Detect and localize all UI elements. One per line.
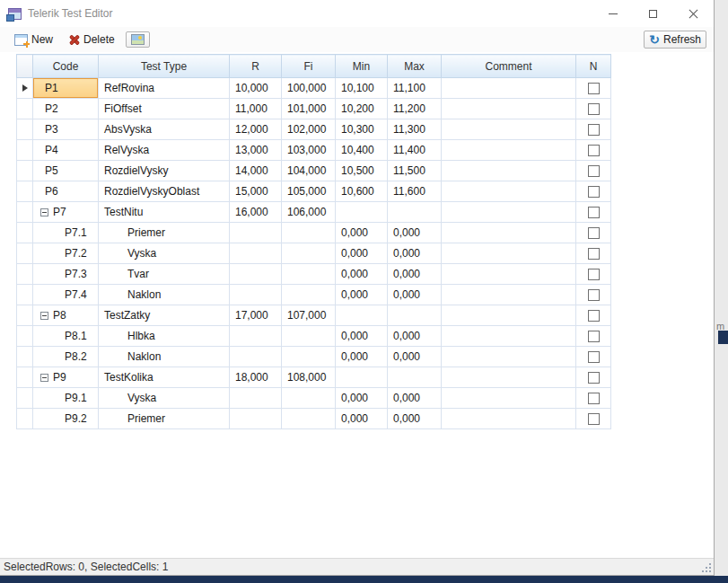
cell-r[interactable] — [230, 388, 282, 409]
cell-comment[interactable] — [442, 223, 576, 243]
row-indicator-cell[interactable] — [17, 223, 33, 243]
cell-test-type[interactable]: Priemer — [99, 223, 230, 243]
row-indicator-cell[interactable] — [17, 305, 33, 326]
cell-n[interactable] — [576, 78, 611, 99]
cell-test-type[interactable]: Priemer — [99, 409, 230, 429]
cell-comment[interactable] — [442, 99, 576, 119]
cell-max[interactable]: 11,300 — [388, 119, 442, 140]
cell-fi[interactable] — [282, 388, 336, 409]
table-row[interactable]: P5RozdielVysky14,000104,00010,50011,500 — [17, 161, 611, 181]
table-row[interactable]: P9TestKolika18,000108,000 — [17, 367, 611, 388]
cell-code[interactable]: P9.1 — [33, 388, 99, 409]
row-indicator-cell[interactable] — [17, 347, 33, 367]
cell-r[interactable] — [230, 347, 282, 367]
cell-max[interactable]: 0,000 — [388, 285, 442, 305]
cell-code[interactable]: P7.4 — [33, 285, 99, 305]
collapse-toggle-icon[interactable] — [40, 374, 48, 382]
cell-fi[interactable]: 104,000 — [282, 161, 336, 181]
n-checkbox[interactable] — [588, 372, 600, 384]
image-button[interactable] — [126, 31, 150, 48]
cell-code[interactable]: P9 — [33, 367, 99, 388]
cell-n[interactable] — [576, 181, 611, 202]
cell-test-type[interactable]: RefRovina — [99, 78, 230, 99]
cell-r[interactable] — [230, 223, 282, 243]
n-checkbox[interactable] — [588, 331, 600, 342]
n-checkbox[interactable] — [588, 83, 600, 94]
cell-max[interactable]: 11,600 — [388, 181, 442, 202]
cell-n[interactable] — [576, 140, 611, 161]
row-indicator-cell[interactable] — [17, 388, 33, 409]
row-indicator-cell[interactable] — [17, 285, 33, 305]
maximize-button[interactable] — [633, 0, 673, 27]
cell-r[interactable] — [230, 264, 282, 285]
cell-r[interactable]: 17,000 — [230, 305, 282, 326]
cell-test-type[interactable]: AbsVyska — [99, 119, 230, 140]
cell-code[interactable]: P6 — [33, 181, 99, 202]
cell-comment[interactable] — [442, 264, 576, 285]
cell-max[interactable]: 11,100 — [388, 78, 442, 99]
delete-button[interactable]: Delete — [64, 31, 120, 49]
cell-min[interactable]: 0,000 — [336, 243, 388, 264]
cell-comment[interactable] — [442, 326, 576, 347]
row-indicator-cell[interactable] — [17, 78, 33, 99]
cell-comment[interactable] — [442, 409, 576, 429]
n-checkbox[interactable] — [588, 186, 600, 198]
cell-max[interactable] — [388, 367, 442, 388]
table-row[interactable]: P7.2Vyska0,0000,000 — [17, 243, 611, 264]
row-indicator-cell[interactable] — [17, 140, 33, 161]
table-row[interactable]: P9.1Vyska0,0000,000 — [17, 388, 611, 409]
table-row[interactable]: P3AbsVyska12,000102,00010,30011,300 — [17, 119, 611, 140]
cell-comment[interactable] — [442, 119, 576, 140]
cell-comment[interactable] — [442, 285, 576, 305]
n-checkbox[interactable] — [588, 227, 600, 239]
cell-test-type[interactable]: Vyska — [99, 388, 230, 409]
cell-r[interactable]: 11,000 — [230, 99, 282, 119]
table-row[interactable]: P1RefRovina10,000100,00010,10011,100 — [17, 78, 611, 99]
table-row[interactable]: P7.4Naklon0,0000,000 — [17, 285, 611, 305]
cell-max[interactable]: 11,500 — [388, 161, 442, 181]
cell-r[interactable] — [230, 409, 282, 429]
refresh-button[interactable]: Refresh — [644, 31, 706, 49]
cell-min[interactable]: 10,600 — [336, 181, 388, 202]
cell-max[interactable]: 11,400 — [388, 140, 442, 161]
cell-min[interactable]: 10,400 — [336, 140, 388, 161]
cell-min[interactable]: 0,000 — [336, 388, 388, 409]
cell-comment[interactable] — [442, 140, 576, 161]
cell-max[interactable]: 0,000 — [388, 223, 442, 243]
column-header-test-type[interactable]: Test Type — [99, 55, 230, 78]
n-checkbox[interactable] — [588, 310, 600, 322]
n-checkbox[interactable] — [588, 207, 600, 218]
n-checkbox[interactable] — [588, 248, 600, 260]
cell-comment[interactable] — [442, 243, 576, 264]
cell-comment[interactable] — [442, 367, 576, 388]
cell-test-type[interactable]: TestNitu — [99, 202, 230, 223]
new-button[interactable]: New — [9, 31, 58, 49]
cell-test-type[interactable]: RozdielVyskyOblast — [99, 181, 230, 202]
n-checkbox[interactable] — [588, 351, 600, 363]
cell-fi[interactable] — [282, 223, 336, 243]
resize-grip[interactable] — [702, 563, 711, 572]
cell-min[interactable]: 10,300 — [336, 119, 388, 140]
table-row[interactable]: P2FiOffset11,000101,00010,20011,200 — [17, 99, 611, 119]
row-indicator-cell[interactable] — [17, 161, 33, 181]
row-indicator-cell[interactable] — [17, 181, 33, 202]
cell-r[interactable]: 14,000 — [230, 161, 282, 181]
cell-r[interactable]: 18,000 — [230, 367, 282, 388]
cell-fi[interactable] — [282, 285, 336, 305]
cell-n[interactable] — [576, 99, 611, 119]
cell-min[interactable]: 10,100 — [336, 78, 388, 99]
column-header-max[interactable]: Max — [388, 55, 442, 78]
n-checkbox[interactable] — [588, 145, 600, 156]
cell-fi[interactable]: 107,000 — [282, 305, 336, 326]
cell-code[interactable]: P7.2 — [33, 243, 99, 264]
cell-max[interactable]: 0,000 — [388, 264, 442, 285]
cell-code[interactable]: P2 — [33, 99, 99, 119]
cell-min[interactable]: 0,000 — [336, 326, 388, 347]
cell-comment[interactable] — [442, 181, 576, 202]
cell-fi[interactable]: 100,000 — [282, 78, 336, 99]
cell-code[interactable]: P9.2 — [33, 409, 99, 429]
table-row[interactable]: P4RelVyska13,000103,00010,40011,400 — [17, 140, 611, 161]
n-checkbox[interactable] — [588, 269, 600, 280]
cell-test-type[interactable]: TestZatky — [99, 305, 230, 326]
cell-r[interactable]: 15,000 — [230, 181, 282, 202]
